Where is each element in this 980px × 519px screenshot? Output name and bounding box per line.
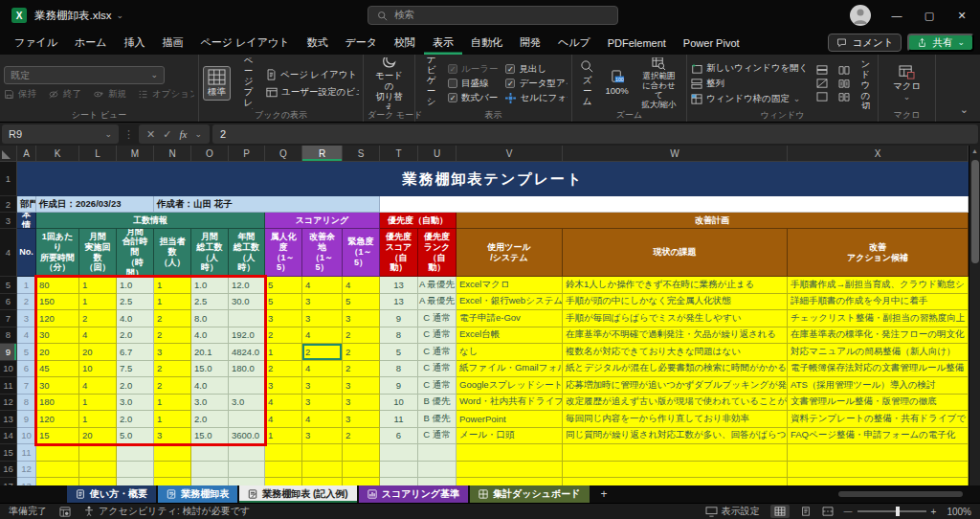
custom-views-button[interactable]: ユーザー設定のビュー	[266, 86, 359, 99]
cell-U12[interactable]: B 優先	[418, 395, 457, 412]
cell-N16[interactable]	[154, 462, 191, 479]
column-header-O[interactable]: O	[191, 146, 229, 162]
cell-L8[interactable]: 4	[79, 327, 117, 345]
collapse-ribbon-button[interactable]: ⌄	[948, 55, 980, 122]
cell-P8[interactable]: 192.0	[229, 327, 265, 345]
cell-P9[interactable]: 4824.0	[229, 344, 265, 361]
cell-A5[interactable]: 1	[17, 277, 36, 294]
cell-T17[interactable]	[380, 478, 418, 485]
cell-K11[interactable]: 30	[36, 377, 79, 395]
header-col-P[interactable]: 年間 総工数 （人時）	[229, 229, 265, 277]
vertical-scrollbar[interactable]: ▲	[969, 146, 980, 485]
cell-N11[interactable]: 2	[154, 377, 191, 395]
cell-O12[interactable]: 3.0	[191, 395, 229, 412]
row-header-12[interactable]: 12	[0, 395, 17, 412]
cell-M10[interactable]: 7.5	[117, 361, 154, 378]
cell-S14[interactable]: 2	[343, 428, 380, 445]
cell-focus-button[interactable]: セルにフォーカス⌄	[505, 91, 568, 105]
header-col-M[interactable]: 月間 合計時間 （時間）	[117, 229, 154, 277]
add-sheet-button[interactable]: +	[591, 485, 617, 503]
column-header-T[interactable]: T	[380, 146, 418, 162]
cell-P16[interactable]	[229, 462, 265, 479]
freeze-panes-button[interactable]: ウィンドウ枠の固定⌄	[691, 93, 809, 105]
cell-M5[interactable]: 1.0	[117, 277, 154, 294]
new-sheet-view-button[interactable]: 新規	[93, 88, 126, 101]
minimize-button[interactable]: —	[890, 10, 903, 21]
cell-O5[interactable]: 1.0	[191, 277, 229, 294]
cell-O17[interactable]	[191, 478, 229, 485]
cell-K12[interactable]: 180	[36, 395, 79, 412]
cell-N10[interactable]: 2	[154, 361, 191, 378]
cell-M13[interactable]: 2.0	[117, 411, 154, 428]
page-break-preview-button[interactable]: 改ページ プレビュー	[235, 57, 261, 109]
cell-M11[interactable]: 2.0	[117, 377, 154, 395]
row-header-3[interactable]: 3	[0, 213, 17, 229]
view-side-by-side-icon[interactable]	[838, 65, 850, 75]
cell-L11[interactable]: 4	[79, 377, 117, 395]
cell-X12[interactable]: 文書管理ルール整備・版管理の徹底	[788, 395, 969, 412]
cell-S5[interactable]: 4	[343, 277, 380, 294]
cell-S8[interactable]: 2	[343, 327, 380, 345]
cell-L6[interactable]: 1	[79, 294, 117, 311]
cell-U6[interactable]: A 最優先	[418, 294, 457, 311]
cell-S6[interactable]: 5	[343, 294, 380, 311]
headings-checkbox[interactable]: ✓見出し	[505, 62, 568, 77]
data-type-icons-checkbox[interactable]: ✓データ型アイコン	[505, 77, 568, 91]
cell-R5[interactable]: 4	[302, 277, 343, 294]
cell-blank-meta[interactable]	[380, 196, 969, 213]
reset-window-position-icon[interactable]	[838, 92, 850, 102]
hide-window-button[interactable]	[816, 79, 828, 88]
cell-Q17[interactable]	[265, 478, 302, 485]
cell-N17[interactable]	[154, 478, 191, 485]
share-button[interactable]: 共有 ⌄	[907, 34, 974, 52]
row-header-11[interactable]: 11	[0, 377, 17, 395]
cell-L13[interactable]: 1	[79, 411, 117, 428]
cell-P5[interactable]: 12.0	[229, 277, 265, 294]
column-header-P[interactable]: P	[229, 146, 265, 162]
menu-tab-0[interactable]: ファイル	[6, 31, 66, 55]
page-layout-view-button[interactable]: ページ レイアウト	[266, 69, 359, 81]
cell-U5[interactable]: A 最優先	[418, 277, 457, 294]
cell-N15[interactable]	[154, 444, 191, 462]
cell-W6[interactable]: 手順が頭の中にしかなく完全属人化状態	[563, 294, 788, 311]
cell-V6[interactable]: Excel・銀行webシステム	[457, 294, 563, 311]
cell-R6[interactable]: 3	[302, 294, 343, 311]
column-header-N[interactable]: N	[154, 146, 191, 162]
cell-A8[interactable]: 4	[17, 327, 36, 345]
navigation-button[interactable]: ナビゲー ション	[419, 57, 443, 109]
cell-O15[interactable]	[191, 444, 229, 462]
column-header-M[interactable]: M	[117, 146, 154, 162]
cell-P7[interactable]	[229, 310, 265, 327]
column-header-Q[interactable]: Q	[265, 146, 302, 162]
cell-A7[interactable]: 3	[17, 310, 36, 327]
cell-N9[interactable]: 3	[154, 344, 191, 361]
cell-Q7[interactable]: 3	[265, 310, 302, 327]
comments-button[interactable]: コメント	[828, 34, 902, 52]
cell-P12[interactable]: 3.0	[229, 395, 265, 412]
sheet-view-options-button[interactable]: オプション	[138, 88, 194, 101]
normal-view-button[interactable]: 標準	[203, 66, 231, 101]
cell-Q13[interactable]: 4	[265, 411, 302, 428]
cell-O8[interactable]: 4.0	[191, 327, 229, 345]
headings-checkbox-box[interactable]: ✓	[505, 64, 515, 74]
sheet-view-select[interactable]: 既定⌄	[4, 66, 165, 84]
row-header-14[interactable]: 14	[0, 428, 17, 445]
cell-X16[interactable]	[788, 462, 969, 479]
cell-S9[interactable]: 2	[343, 344, 380, 361]
cell-W13[interactable]: 毎回同じ内容を一から作り直しており非効率	[563, 411, 788, 428]
cell-S16[interactable]	[343, 462, 380, 479]
cell-U13[interactable]: B 優先	[418, 411, 457, 428]
cell-S10[interactable]: 2	[343, 361, 380, 378]
menu-tab-1[interactable]: ホーム	[66, 31, 116, 55]
header-group-kaizen[interactable]: 改善計画	[457, 213, 969, 229]
cell-Q15[interactable]	[265, 444, 302, 462]
column-header-R[interactable]: R	[302, 146, 343, 162]
cell-W7[interactable]: 手順が毎回ばらばらでミスが発生しやすい	[563, 310, 788, 327]
column-header-K[interactable]: K	[36, 146, 79, 162]
sheet-tab-usage-overview[interactable]: 使い方・概要	[67, 485, 156, 503]
zoom-to-selection-button[interactable]: 選択範囲に合わせて 拡大/縮小	[635, 57, 682, 109]
cell-U7[interactable]: C 通常	[418, 310, 457, 327]
zoom-slider[interactable]: — +	[844, 507, 937, 517]
cell-V11[interactable]: Googleスプレッドシート	[457, 377, 563, 395]
cell-A17[interactable]: 13	[17, 478, 36, 485]
